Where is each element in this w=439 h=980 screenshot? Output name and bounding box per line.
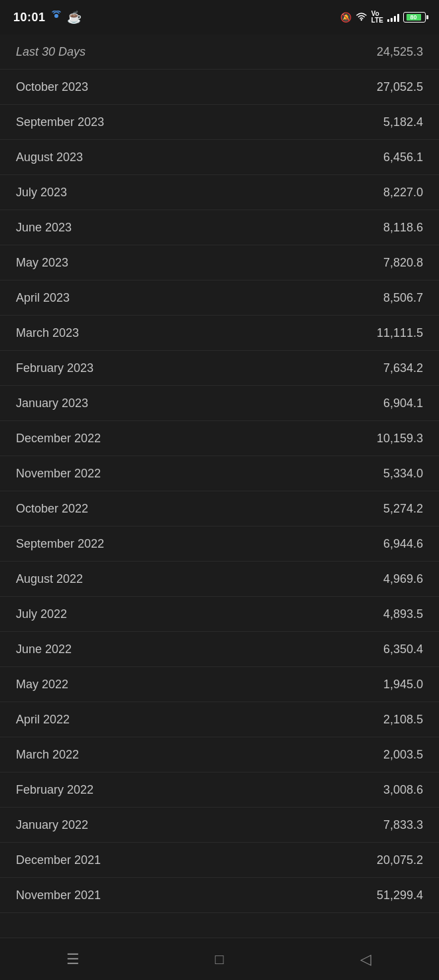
app-icon: ☕ xyxy=(67,10,82,25)
list-item[interactable]: May 20237,820.8 xyxy=(0,245,439,280)
bottom-nav: ☰ □ ◁ xyxy=(0,938,439,980)
signal-bars xyxy=(387,13,399,22)
list-item[interactable]: June 20238,118.6 xyxy=(0,210,439,245)
list-item-label: July 2023 xyxy=(16,186,67,200)
list-item[interactable]: January 20227,833.3 xyxy=(0,808,439,843)
list-item[interactable]: April 20238,506.7 xyxy=(0,280,439,316)
list-item-label: June 2023 xyxy=(16,221,72,235)
list-item-label: August 2022 xyxy=(16,572,83,586)
list-item-value: 1,945.0 xyxy=(383,678,423,692)
list-item[interactable]: August 20224,969.6 xyxy=(0,562,439,597)
list-item-label: February 2022 xyxy=(16,783,94,797)
list-item[interactable]: March 202311,111.5 xyxy=(0,316,439,351)
list-item-label: May 2022 xyxy=(16,678,68,692)
list-item-label: October 2022 xyxy=(16,502,88,516)
list-item[interactable]: September 20235,182.4 xyxy=(0,105,439,140)
list-item[interactable]: June 20226,350.4 xyxy=(0,632,439,667)
list-item[interactable]: February 20237,634.2 xyxy=(0,351,439,386)
list-item[interactable]: July 20238,227.0 xyxy=(0,175,439,210)
list-item-value: 8,118.6 xyxy=(383,221,423,235)
list-item[interactable]: September 20226,944.6 xyxy=(0,526,439,562)
list-item-value: 7,820.8 xyxy=(383,256,423,270)
list-item-label: February 2023 xyxy=(16,361,94,375)
list-item-label: September 2023 xyxy=(16,115,104,129)
list-item-label: November 2021 xyxy=(16,888,101,902)
list-item-value: 11,111.5 xyxy=(377,326,423,340)
mute-icon: 🔕 xyxy=(340,12,351,23)
list-item-label: January 2022 xyxy=(16,818,88,832)
list-item-value: 6,456.1 xyxy=(383,151,423,164)
list-item-value: 4,969.6 xyxy=(383,572,423,586)
list-item[interactable]: November 20225,334.0 xyxy=(0,456,439,491)
list-item-value: 6,944.6 xyxy=(383,537,423,551)
list-item-label: September 2022 xyxy=(16,537,104,551)
list-item-label: July 2022 xyxy=(16,607,67,621)
list-item-value: 5,274.2 xyxy=(383,502,423,516)
home-icon: □ xyxy=(215,951,223,968)
list-item-label: August 2023 xyxy=(16,151,83,164)
list-item[interactable]: January 20236,904.1 xyxy=(0,386,439,421)
list-item-label: March 2023 xyxy=(16,326,79,340)
list-item[interactable]: February 20223,008.6 xyxy=(0,772,439,808)
data-list[interactable]: Last 30 Days24,525.3October 202327,052.5… xyxy=(0,34,439,938)
list-item[interactable]: December 202210,159.3 xyxy=(0,421,439,456)
status-right: 🔕 VoLTE 80 xyxy=(340,11,426,24)
list-item-label: Last 30 Days xyxy=(16,45,86,59)
list-item-label: May 2023 xyxy=(16,256,68,270)
list-item[interactable]: Last 30 Days24,525.3 xyxy=(0,34,439,70)
list-item-value: 24,525.3 xyxy=(377,45,423,59)
back-button[interactable]: ◁ xyxy=(346,946,386,973)
list-item-value: 6,350.4 xyxy=(383,643,423,656)
status-bar: 10:01 ☕ 🔕 VoLTE xyxy=(0,0,439,34)
list-item-label: December 2022 xyxy=(16,432,101,446)
list-item-value: 5,334.0 xyxy=(383,467,423,481)
list-item-label: October 2023 xyxy=(16,80,88,94)
list-item-value: 51,299.4 xyxy=(377,888,423,902)
list-item-label: April 2023 xyxy=(16,291,70,305)
list-item-label: January 2023 xyxy=(16,397,88,410)
list-item-value: 5,182.4 xyxy=(383,115,423,129)
svg-point-0 xyxy=(54,14,58,18)
list-item[interactable]: April 20222,108.5 xyxy=(0,702,439,737)
battery-icon: 80 xyxy=(403,12,426,23)
list-item-label: December 2021 xyxy=(16,853,101,867)
list-item[interactable]: March 20222,003.5 xyxy=(0,737,439,772)
list-item-label: June 2022 xyxy=(16,643,72,656)
list-item-value: 3,008.6 xyxy=(383,783,423,797)
menu-button[interactable]: ☰ xyxy=(53,946,93,973)
list-item-value: 7,634.2 xyxy=(383,361,423,375)
list-item-label: April 2022 xyxy=(16,713,70,727)
svg-point-1 xyxy=(361,19,362,20)
wifi-icon xyxy=(355,12,367,23)
home-button[interactable]: □ xyxy=(200,946,239,973)
list-item[interactable]: December 202120,075.2 xyxy=(0,843,439,878)
list-item-value: 7,833.3 xyxy=(383,818,423,832)
list-item-label: March 2022 xyxy=(16,748,79,762)
battery-label: 80 xyxy=(403,14,424,21)
list-item-value: 20,075.2 xyxy=(377,853,423,867)
status-time: 10:01 xyxy=(13,11,46,25)
list-item[interactable]: October 20225,274.2 xyxy=(0,491,439,526)
list-item[interactable]: August 20236,456.1 xyxy=(0,140,439,175)
status-left: 10:01 ☕ xyxy=(13,10,82,25)
menu-icon: ☰ xyxy=(66,951,80,968)
list-item-value: 4,893.5 xyxy=(383,607,423,621)
list-item-value: 8,227.0 xyxy=(383,186,423,200)
list-item-value: 8,506.7 xyxy=(383,291,423,305)
list-item-value: 10,159.3 xyxy=(377,432,423,446)
list-item-label: November 2022 xyxy=(16,467,101,481)
list-item-value: 27,052.5 xyxy=(377,80,423,94)
lte-icon: VoLTE xyxy=(371,11,383,24)
list-item[interactable]: October 202327,052.5 xyxy=(0,70,439,105)
list-item-value: 2,108.5 xyxy=(383,713,423,727)
list-item[interactable]: November 202151,299.4 xyxy=(0,878,439,913)
list-item-value: 2,003.5 xyxy=(383,748,423,762)
list-item[interactable]: May 20221,945.0 xyxy=(0,667,439,702)
podcast-icon xyxy=(50,11,63,24)
back-icon: ◁ xyxy=(360,951,371,968)
list-item[interactable]: July 20224,893.5 xyxy=(0,597,439,632)
list-item-value: 6,904.1 xyxy=(383,397,423,410)
